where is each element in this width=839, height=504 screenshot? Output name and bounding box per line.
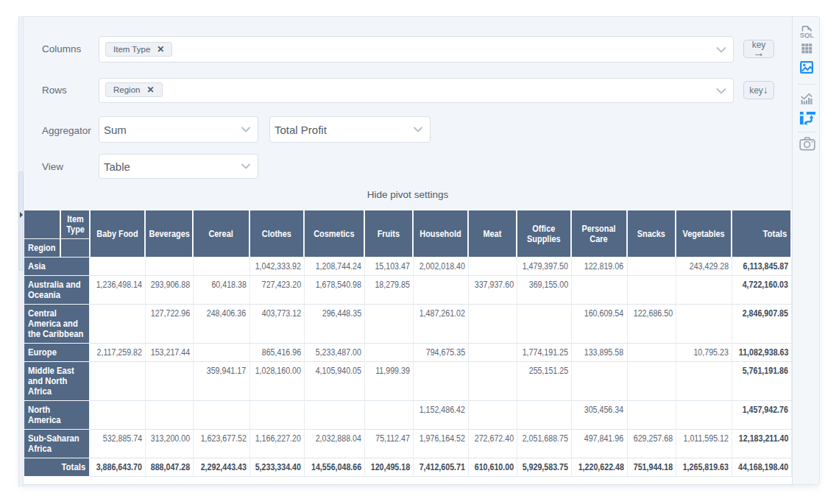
svg-text:SQL: SQL — [800, 32, 814, 38]
